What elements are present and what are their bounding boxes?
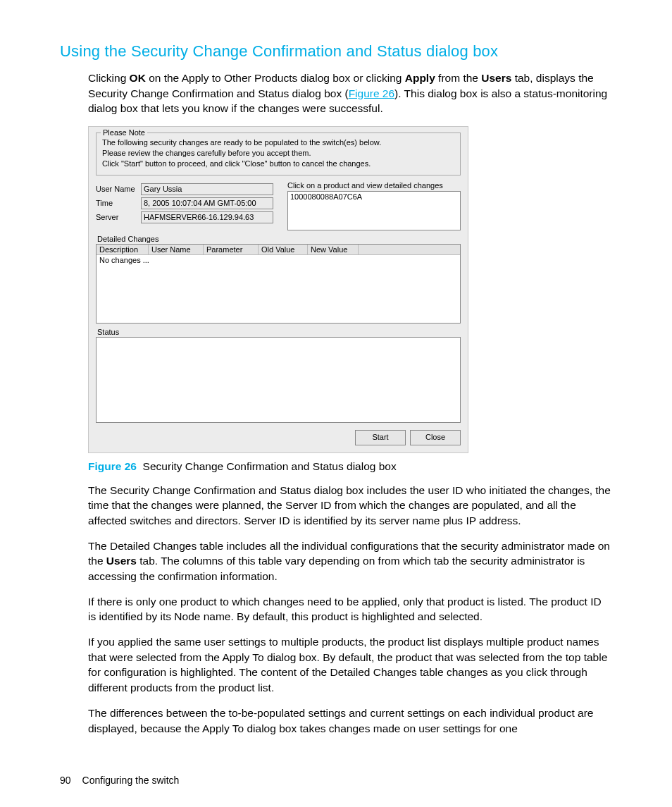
user-name-label: User Name (96, 185, 141, 193)
cell-parameter (204, 255, 259, 265)
paragraph-6: The differences between the to-be-popula… (88, 706, 612, 736)
detailed-changes-table: Description User Name Parameter Old Valu… (96, 244, 461, 324)
start-button[interactable]: Start (355, 430, 406, 445)
status-panel (96, 337, 461, 423)
text: from the (435, 72, 481, 84)
note-line-2: Please review the changes carefully befo… (102, 148, 454, 159)
text: tab. The columns of this table vary depe… (88, 555, 585, 582)
status-label: Status (97, 328, 461, 336)
cell-description: No changes ... (97, 255, 149, 265)
text: Clicking (88, 72, 130, 84)
col-description[interactable]: Description (97, 245, 149, 254)
paragraph-4: If there is only one product to which ch… (88, 594, 612, 624)
cell-user-name (149, 255, 204, 265)
users-label: Users (481, 72, 511, 84)
text: on the Apply to Other Products dialog bo… (146, 72, 405, 84)
please-note-fieldset: Please Note The following security chang… (96, 133, 461, 175)
figure-number: Figure 26 (88, 460, 137, 472)
server-field: HAFMSERVER66-16.129.94.63 (141, 211, 273, 223)
detailed-changes-label: Detailed Changes (97, 235, 461, 243)
product-item[interactable]: 1000080088A07C6A (288, 192, 460, 202)
paragraph-5: If you applied the same user settings to… (88, 634, 612, 696)
footer-section: Configuring the switch (82, 775, 180, 786)
figure-link[interactable]: Figure 26 (349, 87, 394, 99)
cell-new-value (308, 255, 359, 265)
product-hint: Click on a product and view detailed cha… (287, 181, 461, 190)
figure-caption: Figure 26 Security Change Confirmation a… (88, 460, 612, 473)
note-line-3: Click "Start" button to proceed, and cli… (102, 159, 454, 169)
user-name-field: Gary Ussia (141, 183, 273, 195)
table-row[interactable]: No changes ... (97, 255, 460, 265)
dialog-screenshot: Please Note The following security chang… (88, 126, 468, 453)
col-spacer (359, 245, 460, 254)
figure-title: Security Change Confirmation and Status … (143, 460, 397, 472)
ok-label: OK (130, 72, 146, 84)
page-footer: 90Configuring the switch (60, 775, 179, 786)
col-new-value[interactable]: New Value (308, 245, 359, 254)
time-label: Time (96, 199, 141, 207)
apply-label: Apply (405, 72, 435, 84)
table-header: Description User Name Parameter Old Valu… (97, 245, 460, 255)
close-button[interactable]: Close (410, 430, 461, 445)
intro-paragraph: Clicking OK on the Apply to Other Produc… (88, 70, 612, 116)
users-label: Users (106, 555, 137, 567)
product-list[interactable]: 1000080088A07C6A (287, 191, 461, 230)
col-user-name[interactable]: User Name (149, 245, 204, 254)
paragraph-3: The Detailed Changes table includes all … (88, 538, 612, 584)
paragraph-2: The Security Change Confirmation and Sta… (88, 483, 612, 529)
col-parameter[interactable]: Parameter (204, 245, 259, 254)
please-note-legend: Please Note (101, 128, 147, 137)
col-old-value[interactable]: Old Value (259, 245, 308, 254)
note-line-1: The following security changes are ready… (102, 137, 454, 148)
page-number: 90 (60, 775, 71, 786)
server-label: Server (96, 213, 141, 221)
time-field: 8, 2005 10:07:04 AM GMT-05:00 (141, 197, 273, 209)
cell-old-value (259, 255, 308, 265)
section-heading: Using the Security Change Confirmation a… (60, 42, 612, 61)
